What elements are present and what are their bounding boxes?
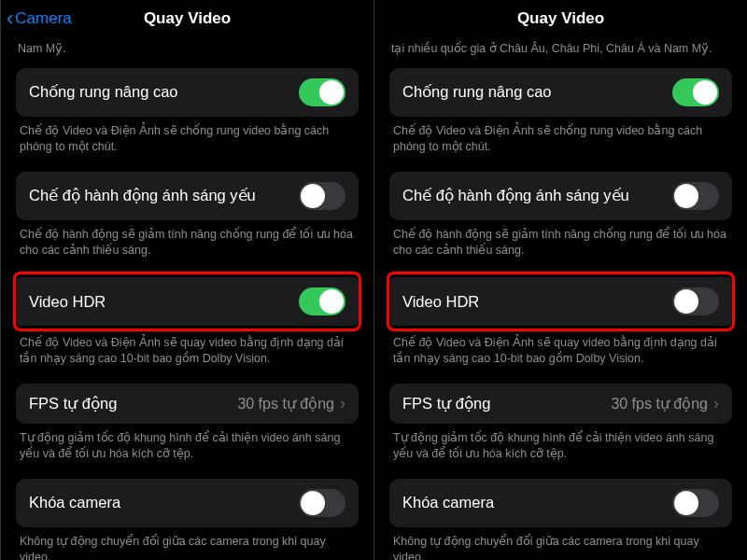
toggle-stabilization[interactable]: Chống rung nâng cao — [16, 68, 359, 117]
switch-knob — [674, 184, 698, 208]
row-footer: Không tự động chuyển đổi giữa các camera… — [393, 534, 728, 560]
row-label: FPS tự động — [29, 395, 117, 413]
switch[interactable] — [672, 287, 719, 315]
switch[interactable] — [672, 78, 719, 106]
toggle-lock-camera[interactable]: Khóa camera — [16, 479, 359, 527]
row-footer: Chế độ hành động sẽ giảm tính năng chống… — [20, 227, 355, 259]
switch[interactable] — [672, 489, 719, 517]
settings-content: Nam Mỹ. Chống rung nâng caoChế độ Video … — [1, 41, 374, 560]
toggle-stabilization[interactable]: Chống rung nâng cao — [389, 68, 732, 117]
row-footer: Không tự động chuyển đổi giữa các camera… — [20, 534, 355, 560]
back-button[interactable]: ‹ Camera — [7, 8, 72, 29]
chevron-right-icon: › — [340, 394, 345, 413]
switch-knob — [674, 491, 698, 515]
switch-knob — [319, 289, 344, 314]
partial-footer-text: Nam Mỹ. — [18, 41, 357, 57]
back-label: Camera — [15, 9, 71, 28]
chevron-left-icon: ‹ — [7, 8, 13, 29]
row-label: Khóa camera — [29, 494, 120, 511]
row-label: Chống rung nâng cao — [402, 83, 552, 101]
link-auto-fps[interactable]: FPS tự động30 fps tự động› — [16, 384, 359, 424]
row-footer: Chế độ Video và Điện Ảnh sẽ chống rung v… — [20, 123, 355, 155]
switch[interactable] — [299, 182, 345, 210]
row-value: 30 fps tự động› — [611, 394, 719, 413]
switch[interactable] — [672, 182, 719, 210]
nav-bar: ‹ Quay Video — [374, 0, 747, 37]
switch-knob — [693, 80, 717, 105]
switch-knob — [301, 184, 325, 208]
chevron-right-icon: › — [713, 394, 719, 413]
toggle-lock-camera[interactable]: Khóa camera — [389, 479, 732, 527]
row-label: Chống rung nâng cao — [29, 83, 178, 101]
row-footer: Tự động giảm tốc độ khung hình để cải th… — [393, 430, 728, 462]
row-footer: Chế độ hành động sẽ giảm tính năng chống… — [393, 227, 728, 259]
row-value: 30 fps tự động› — [237, 394, 345, 413]
settings-content: tại nhiều quốc gia ở Châu Âu, Châu Phi, … — [374, 41, 747, 560]
switch-knob — [319, 80, 344, 105]
page-title: Quay Video — [144, 9, 231, 28]
page-title: Quay Video — [517, 9, 604, 28]
partial-footer-text: tại nhiều quốc gia ở Châu Âu, Châu Phi, … — [391, 41, 730, 57]
toggle-hdr-video[interactable]: Video HDR — [389, 277, 732, 326]
row-label: FPS tự động — [402, 395, 490, 413]
toggle-action-lowlight[interactable]: Chế độ hành động ánh sáng yếu — [389, 172, 732, 220]
phone-screen-left: ‹ Camera Quay Video Nam Mỹ. Chống rung n… — [0, 0, 374, 560]
toggle-action-lowlight[interactable]: Chế độ hành động ánh sáng yếu — [16, 172, 359, 220]
switch[interactable] — [299, 287, 345, 315]
row-footer: Chế độ Video và Điện Ảnh sẽ chống rung v… — [393, 123, 728, 155]
link-auto-fps[interactable]: FPS tự động30 fps tự động› — [389, 384, 732, 424]
row-footer: Chế độ Video và Điện Ảnh sẽ quay video b… — [393, 335, 728, 367]
row-label: Chế độ hành động ánh sáng yếu — [29, 187, 256, 204]
switch-knob — [301, 491, 325, 515]
row-label: Video HDR — [29, 293, 106, 311]
row-label: Video HDR — [402, 293, 479, 311]
row-footer: Chế độ Video và Điện Ảnh sẽ quay video b… — [20, 335, 355, 367]
switch-knob — [674, 289, 698, 314]
row-label: Khóa camera — [402, 494, 494, 511]
row-label: Chế độ hành động ánh sáng yếu — [402, 187, 629, 204]
switch[interactable] — [299, 489, 345, 517]
switch[interactable] — [299, 78, 345, 106]
row-footer: Tự động giảm tốc độ khung hình để cải th… — [20, 430, 355, 462]
phone-screen-right: ‹ Quay Video tại nhiều quốc gia ở Châu Â… — [374, 0, 747, 560]
nav-bar: ‹ Camera Quay Video — [1, 0, 374, 37]
toggle-hdr-video[interactable]: Video HDR — [16, 277, 359, 326]
